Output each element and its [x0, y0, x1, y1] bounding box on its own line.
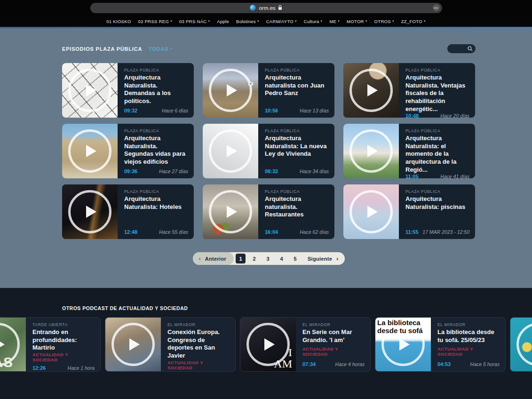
nav-item-prs-nac[interactable]: 03 PRS NÁC▾	[179, 19, 210, 24]
podcast-thumbnail[interactable]	[510, 318, 532, 371]
pagination-page-3[interactable]: 3	[263, 254, 273, 263]
episode-title[interactable]: Arquitectura Naturalista: piscinas	[405, 195, 469, 211]
play-button-icon	[349, 69, 393, 112]
podcast-carousel[interactable]: ADAS TARDE ABIERTAEntrando en profundida…	[0, 317, 532, 372]
episode-thumbnail[interactable]	[343, 124, 399, 178]
lock-icon	[278, 4, 282, 12]
pagination-page-2[interactable]: 2	[249, 254, 259, 263]
category-label[interactable]: ACTUALIDAD Y SOCIEDAD	[437, 346, 500, 357]
camera-icon	[248, 81, 254, 86]
play-button-icon	[111, 323, 155, 366]
episode-card[interactable]: PLAZA PÚBLICAArquitectura Naturalista: p…	[343, 184, 475, 239]
nav-item-apple[interactable]: Apple	[217, 19, 229, 24]
nav-item-boletines[interactable]: Boletines▾	[236, 19, 259, 24]
episode-title[interactable]: Conexión Europa. Congreso de deportes en…	[167, 328, 230, 360]
address-bar[interactable]: orm.es •••	[90, 3, 442, 13]
episode-duration: 08:32	[265, 168, 278, 174]
play-button-icon	[209, 190, 252, 233]
episode-thumbnail[interactable]	[203, 124, 258, 178]
episode-title[interactable]: Arquitectura naturalista. Restaurantes	[265, 195, 329, 219]
search-input[interactable]	[447, 44, 476, 53]
page-title: EPISODIOS PLAZA PÚBLICA	[62, 46, 142, 52]
chevron-left-icon: ‹	[199, 255, 201, 262]
chevron-down-icon: ▾	[170, 19, 172, 23]
episode-thumbnail[interactable]	[343, 63, 399, 118]
episode-card[interactable]: PLAZA PÚBLICAArquitectura Naturalista: L…	[203, 124, 334, 178]
episode-thumbnail[interactable]	[62, 63, 118, 118]
episode-card[interactable]: PLAZA PÚBLICAArquitectura Naturalista: H…	[62, 184, 194, 239]
pagination-page-1[interactable]: 1	[236, 254, 246, 263]
episode-title[interactable]: Arquitectura Naturalista: el momento de …	[405, 135, 469, 174]
pagination-page-4[interactable]: 4	[277, 254, 286, 263]
chevron-down-icon: ▾	[170, 47, 173, 51]
episode-card[interactable]: PLAZA PÚBLICAArquitectura naturalista. R…	[203, 184, 334, 239]
pagination-next-button[interactable]: Siguiente›	[302, 255, 339, 262]
nav-item-prss-reg[interactable]: 02 PRSS REG▾	[138, 19, 172, 24]
category-label[interactable]: ACTUALIDAD Y SOCIEDAD	[302, 346, 365, 357]
thumbnail-text: La biblioteca desde tu sofá	[377, 319, 430, 335]
episode-thumbnail[interactable]	[62, 124, 118, 178]
nav-item-me[interactable]: ME▾	[329, 19, 340, 24]
episode-title[interactable]: Arquitectura Naturalista: Hoteles	[124, 195, 188, 211]
episode-card[interactable]: PLAZA PÚBLICAArquitectura Naturalista: e…	[343, 124, 475, 178]
episode-card[interactable]: PLAZA PÚBLICAArquitectura Naturalista. V…	[343, 63, 475, 118]
site-navigation: 01 KIOSKO 02 PRSS REG▾ 03 PRS NÁC▾ Apple…	[0, 16, 532, 27]
show-label: PLAZA PÚBLICA	[265, 128, 329, 133]
nav-item-carm-ayto[interactable]: CARM/AYTO▾	[266, 19, 297, 24]
play-button-icon	[349, 190, 393, 233]
episode-thumbnail[interactable]	[203, 63, 258, 118]
url-text: orm.es	[259, 5, 275, 11]
chevron-down-icon: ▾	[338, 19, 340, 23]
episode-title[interactable]: En Serie con Mar Grandío. 'I am'	[302, 328, 365, 344]
podcast-card[interactable]: I AM EL MIRADOREn Serie con Mar Grandío.…	[240, 317, 371, 372]
podcast-thumbnail[interactable]: I AM	[240, 318, 296, 371]
episode-card[interactable]: PLAZA PÚBLICAArquitectura Naturalista. S…	[62, 124, 194, 178]
podcast-card[interactable]	[510, 317, 532, 372]
episode-title[interactable]: La biblioteca desde tu sofá. 25/05/23	[437, 328, 500, 344]
episode-date: Hace 5 horas	[470, 361, 500, 367]
category-label[interactable]: ACTUALIDAD Y SOCIEDAD	[167, 360, 230, 370]
chevron-down-icon: ▾	[365, 19, 367, 23]
podcast-card[interactable]: EL MIRADORConexión Europa. Congreso de d…	[105, 317, 236, 372]
episode-date: Hace 1 hora	[68, 365, 95, 371]
nav-item-otros[interactable]: OTROS▾	[374, 19, 394, 24]
episode-title[interactable]: Arquitectura Naturalista. Demandas a los…	[124, 74, 188, 105]
episode-title[interactable]: Arquitectura Naturalista. Ventajas fisca…	[405, 74, 469, 113]
episode-date: Hace 41 días	[440, 174, 469, 178]
play-button-icon	[516, 323, 532, 366]
pagination-prev-button[interactable]: ‹Anterior	[193, 252, 234, 265]
episode-title[interactable]: Arquitectura Naturalista: La nueva Ley d…	[265, 135, 329, 158]
nav-item-motor[interactable]: MOTOR▾	[347, 19, 367, 24]
episode-title[interactable]: Arquitectura naturalista con Juan Pedro …	[265, 74, 329, 97]
episode-card[interactable]: PLAZA PÚBLICAArquitectura Naturalista. D…	[62, 63, 194, 118]
podcast-thumbnail[interactable]: ADAS	[0, 318, 26, 371]
episode-thumbnail[interactable]	[203, 184, 258, 239]
episode-title[interactable]: Entrando en profundidades: Martirio	[32, 328, 95, 352]
play-button-icon	[68, 69, 111, 112]
episode-duration: 12:26	[32, 365, 46, 371]
podcast-card[interactable]: La biblioteca desde tu sofá EL MIRADORLa…	[375, 317, 506, 372]
show-label: PLAZA PÚBLICA	[265, 68, 329, 72]
show-label: PLAZA PÚBLICA	[405, 189, 469, 194]
show-label: PLAZA PÚBLICA	[124, 189, 188, 194]
filter-dropdown[interactable]: TODAS▾	[149, 46, 173, 52]
podcast-card[interactable]: ADAS TARDE ABIERTAEntrando en profundida…	[0, 317, 101, 372]
episode-thumbnail[interactable]	[62, 184, 118, 239]
category-label[interactable]: ACTUALIDAD Y SOCIEDAD	[32, 352, 95, 362]
other-podcasts-title: OTROS PODCAST DE ACTUALIDAD Y SOCIEDAD	[62, 288, 532, 311]
episode-thumbnail[interactable]	[343, 184, 399, 239]
episode-card[interactable]: PLAZA PÚBLICAArquitectura naturalista co…	[203, 63, 334, 118]
pagination: ‹Anterior 1 2 3 4 5 Siguiente›	[193, 252, 345, 265]
chevron-down-icon: ▾	[295, 19, 297, 23]
podcast-thumbnail[interactable]	[105, 318, 161, 371]
episode-date: Hace 13 días	[300, 108, 329, 113]
chevron-down-icon: ▾	[208, 19, 210, 23]
nav-item-cultura[interactable]: Cultura▾	[304, 19, 323, 24]
pagination-page-5[interactable]: 5	[290, 254, 300, 263]
play-button-icon	[209, 129, 252, 173]
episode-title[interactable]: Arquitectura Naturalista. Segundas vidas…	[124, 135, 188, 166]
browser-more-button[interactable]: •••	[433, 4, 440, 11]
nav-item-zz-foto[interactable]: ZZ_FOTO▾	[401, 19, 426, 24]
podcast-thumbnail[interactable]: La biblioteca desde tu sofá	[375, 318, 431, 371]
nav-item-kiosko[interactable]: 01 KIOSKO	[106, 19, 131, 24]
